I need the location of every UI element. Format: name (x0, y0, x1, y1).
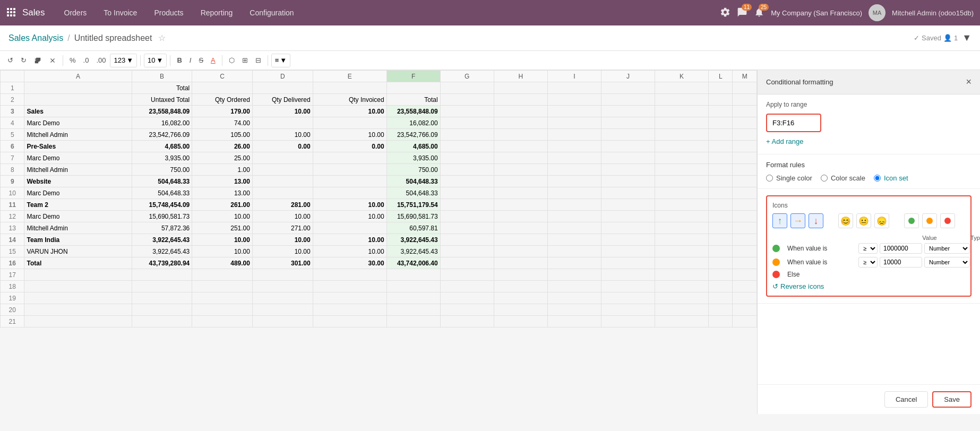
cell[interactable]: 271.00 (252, 222, 313, 234)
cell[interactable] (313, 292, 386, 304)
cell[interactable]: 60,597.81 (386, 222, 440, 234)
cell[interactable] (494, 164, 547, 176)
cell[interactable] (386, 269, 440, 281)
cell[interactable] (132, 304, 192, 316)
cell[interactable] (655, 117, 708, 129)
cell[interactable] (601, 246, 655, 257)
clear-format-button[interactable] (46, 55, 59, 66)
cell[interactable] (547, 141, 601, 152)
cell[interactable]: 281.00 (252, 199, 313, 211)
icon-red-circle[interactable] (940, 213, 955, 228)
cell[interactable] (386, 82, 440, 94)
spreadsheet-container[interactable]: A B C D E F G H I J K L M 1Total2Untaxed… (0, 70, 757, 414)
cell[interactable] (547, 269, 601, 281)
cell[interactable]: 10.00 (192, 211, 253, 222)
cell[interactable] (601, 234, 655, 246)
icon-right-arrow[interactable]: → (790, 213, 805, 228)
cell[interactable] (708, 316, 732, 327)
cell[interactable] (601, 152, 655, 164)
cell[interactable]: 0.00 (252, 141, 313, 152)
cell[interactable] (547, 199, 601, 211)
cell[interactable]: 3,922,645.43 (386, 246, 440, 257)
cell[interactable] (440, 141, 494, 152)
cell[interactable]: 504,648.33 (132, 176, 192, 187)
cell[interactable] (547, 187, 601, 199)
cell[interactable]: Marc Demo (24, 211, 132, 222)
cell[interactable] (655, 246, 708, 257)
cell[interactable] (313, 82, 386, 94)
cell[interactable] (547, 316, 601, 327)
cell[interactable]: 504,648.33 (386, 176, 440, 187)
cell[interactable] (252, 292, 313, 304)
cell[interactable] (313, 117, 386, 129)
cell[interactable]: 15,690,581.73 (132, 211, 192, 222)
cell[interactable] (601, 187, 655, 199)
cell[interactable]: 10.00 (252, 246, 313, 257)
icon-orange-circle[interactable] (922, 213, 937, 228)
cell[interactable] (708, 222, 732, 234)
cell[interactable] (547, 304, 601, 316)
cell[interactable] (708, 152, 732, 164)
nav-products[interactable]: Products (148, 5, 190, 20)
cell[interactable]: 3,935.00 (386, 152, 440, 164)
col-header-k[interactable]: K (655, 71, 708, 82)
cell[interactable] (655, 82, 708, 94)
col-header-i[interactable]: I (547, 71, 601, 82)
cell[interactable] (733, 257, 757, 269)
cell[interactable] (708, 106, 732, 117)
cell[interactable]: 3,935.00 (132, 152, 192, 164)
cell[interactable]: 10.00 (252, 234, 313, 246)
icon-neutral-face[interactable]: 😐 (856, 213, 871, 228)
cell[interactable] (601, 82, 655, 94)
green-type-select[interactable]: NumberPercentPercentile (924, 243, 970, 254)
cell[interactable] (655, 281, 708, 292)
cell[interactable] (192, 269, 253, 281)
color-scale-radio[interactable] (821, 175, 828, 182)
cell[interactable] (192, 82, 253, 94)
cell[interactable] (547, 176, 601, 187)
cell[interactable]: 3,922,645.43 (386, 234, 440, 246)
cell[interactable] (708, 246, 732, 257)
cell[interactable]: Pre-Sales (24, 141, 132, 152)
cell[interactable]: Website (24, 176, 132, 187)
cell[interactable] (252, 164, 313, 176)
cell[interactable]: Qty Invoiced (313, 94, 386, 106)
cell[interactable] (708, 304, 732, 316)
cell[interactable] (24, 292, 132, 304)
nav-to-invoice[interactable]: To Invoice (97, 5, 143, 20)
cell[interactable] (708, 269, 732, 281)
cell[interactable]: 10.00 (252, 211, 313, 222)
cell[interactable] (708, 164, 732, 176)
favorite-star-icon[interactable]: ☆ (158, 33, 166, 43)
cell[interactable] (313, 152, 386, 164)
single-color-option[interactable]: Single color (766, 174, 812, 182)
cell[interactable] (313, 187, 386, 199)
bold-button[interactable]: B (174, 54, 185, 66)
col-header-d[interactable]: D (252, 71, 313, 82)
user-name[interactable]: Mitchell Admin (odoo15db) (892, 9, 974, 17)
green-operator-select[interactable]: ≥>=<≤ (858, 243, 878, 254)
icon-sad-face[interactable]: 😞 (874, 213, 889, 228)
cell[interactable]: 4,685.00 (132, 141, 192, 152)
cell[interactable]: 57,872.36 (132, 222, 192, 234)
cell[interactable]: 13.00 (192, 187, 253, 199)
cell[interactable] (313, 281, 386, 292)
col-header-b[interactable]: B (132, 71, 192, 82)
cell[interactable] (132, 269, 192, 281)
cell[interactable] (601, 164, 655, 176)
cell[interactable] (24, 316, 132, 327)
icon-green-circle[interactable] (904, 213, 919, 228)
cell[interactable]: Total (24, 257, 132, 269)
cell[interactable] (494, 199, 547, 211)
cell[interactable] (494, 304, 547, 316)
cell[interactable]: 301.00 (252, 257, 313, 269)
cell[interactable] (733, 187, 757, 199)
undo-button[interactable]: ↺ (4, 54, 16, 66)
cell[interactable] (440, 129, 494, 141)
cell[interactable] (708, 117, 732, 129)
cell[interactable] (494, 316, 547, 327)
cell[interactable] (733, 152, 757, 164)
cell[interactable] (132, 316, 192, 327)
cell[interactable] (601, 281, 655, 292)
cell[interactable] (733, 222, 757, 234)
